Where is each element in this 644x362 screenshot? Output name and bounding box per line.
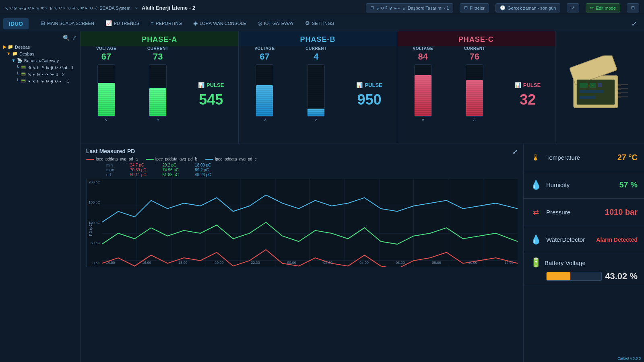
content-area: PHASE-A VOLTAGE 67 V CURRENT 73 <box>80 31 644 362</box>
phase-row: PHASE-A VOLTAGE 67 V CURRENT 73 <box>80 31 644 144</box>
svg-rect-7 <box>580 96 596 99</box>
edit-mode-btn[interactable]: ✏ Edit mode <box>586 3 620 12</box>
grid-icon: ⊞ <box>41 20 45 26</box>
svg-rect-10 <box>618 84 621 86</box>
chart-fullscreen-icon[interactable]: ⤢ <box>512 148 518 156</box>
phase-c-current-unit: A <box>473 118 476 122</box>
dashboard-btn[interactable]: ⊟ ᠳᠠᠱᠪᠣᠷᠳ Daşbord Tasarımı - 1 <box>366 3 454 12</box>
phase-a-voltage-value: 67 <box>101 51 111 62</box>
chart-legend: ipec_pddata_avg_pd_a ipec_pddata_avg_pd_… <box>86 157 518 161</box>
nav-iot-gateway[interactable]: ◎ IOT GATEWAY <box>252 16 299 31</box>
stat-label-max: max <box>106 168 114 172</box>
pulse-a-icon: 📊 <box>198 82 204 88</box>
nav-lora-wan[interactable]: ◉ LORA-WAN CONSOLE <box>188 16 252 31</box>
stat-b-ort: 51.88 pC <box>163 173 179 177</box>
phase-b-voltage-fill <box>256 85 273 116</box>
pressure-value: 1010 bar <box>605 208 638 217</box>
phase-a-voltage-bar <box>97 64 115 117</box>
phase-b-current-unit: A <box>315 118 317 122</box>
filter-icon: ⊟ <box>464 5 468 10</box>
logo[interactable]: IDUO <box>3 18 29 29</box>
temperature-label: Temperature <box>546 154 613 161</box>
phase-c-voltage-unit: V <box>422 118 424 122</box>
phase-b-voltage-value: 67 <box>260 51 269 62</box>
page-title: Akıllı Enerji İzleme - 2 <box>142 5 195 11</box>
phase-a-current-value: 73 <box>153 51 163 62</box>
stat-label-min: min <box>106 163 114 167</box>
stat-c-ort: 49.23 pC <box>195 173 211 177</box>
humidity-label: Humidity <box>546 181 614 188</box>
phase-b-pulse-label: 📊 PULSE <box>356 82 382 88</box>
tree-item-device-3[interactable]: └ 📟 ᠰᠢᠨᠲᠠᠭᠠᠷ - 3 <box>0 78 80 84</box>
nav-bar: IDUO ⊞ MAIN SCADA SCREEN 📈 PD TRENDS ≡ R… <box>0 16 644 31</box>
tree-item-desbas-root[interactable]: ▶ 📁 Desbas <box>0 43 80 50</box>
phase-b-pulse-value: 950 <box>357 91 382 108</box>
chart-svg <box>102 179 518 267</box>
nav-main-scada[interactable]: ⊞ MAIN SCADA SCREEN <box>35 16 100 31</box>
expand-btn[interactable]: ⤢ <box>567 3 579 12</box>
filters-btn[interactable]: ⊟ Filtreler <box>460 3 489 12</box>
gateway-icon: ▼ 📡 <box>11 58 23 63</box>
battery-row: 🔋 Battery Voltage 43.02 % <box>524 253 644 286</box>
time-btn[interactable]: 🕐 Gerçek zaman - son gün <box>495 3 560 12</box>
breadcrumb-start: ᠠᠢᠫᠧᠴᠢᠲᠡᠢᠨᠪᠢᠢᠰᠠᠬᠠᠢᠲᠠᠩ SCADA System <box>5 6 130 10</box>
tree-item-gateway[interactable]: ▼ 📡 Бавлын-Gateway <box>0 57 80 64</box>
phase-c-voltage-fill <box>415 75 431 116</box>
battery-icon-wrap: 🔋 Battery Voltage <box>530 257 586 268</box>
chart-title: Last Measured PD <box>86 148 518 154</box>
svg-text:→: → <box>587 84 590 88</box>
tree-item-desbas[interactable]: ▼ 📁 Desbas <box>0 50 80 57</box>
phase-a-header: PHASE-A <box>80 31 238 46</box>
nav-settings[interactable]: ⚙ SETTINGS <box>299 16 340 31</box>
battery-bar-bg <box>546 272 602 281</box>
phase-c-current-label: CURRENT <box>464 46 485 51</box>
clock-icon: 🕐 <box>500 5 506 10</box>
dashboard-icon: ⊟ <box>370 5 374 10</box>
tree-item-device-2[interactable]: └ 📟 ᠠᠷᠠᠯᠲᠤ-d - 2 <box>0 71 80 78</box>
more-btn[interactable]: ⊞ <box>627 3 639 12</box>
device-icon-1: └ 📟 <box>16 65 26 70</box>
legend-line-b <box>146 159 154 160</box>
phase-c-panel: PHASE-C VOLTAGE 84 V CURRENT 76 <box>397 31 555 144</box>
top-bar-right: ⊟ ᠳᠠᠱᠪᠣᠷᠳ Daşbord Tasarımı - 1 ⊟ Filtrel… <box>366 3 639 12</box>
battery-top: 🔋 Battery Voltage <box>530 257 638 268</box>
phase-a-current-label: CURRENT <box>147 46 168 51</box>
water-detector-row: 💧 WaterDetector Alarm Detected <box>524 226 644 253</box>
nav-pd-trends[interactable]: 📈 PD TRENDS <box>100 16 145 31</box>
water-icon: 💧 <box>530 234 541 245</box>
fullscreen-icon[interactable]: ⤢ <box>632 20 637 27</box>
phase-c-current-fill <box>466 80 483 116</box>
stat-c: 18.09 pC 89.2 pC 49.23 pC <box>195 163 211 177</box>
trend-icon: 📈 <box>105 20 112 26</box>
sensors-panel: 🌡 Temperature 27 °C 💧 Humidity 57 % ⇄ Pr… <box>523 144 644 362</box>
humidity-value: 57 % <box>619 180 638 189</box>
svg-rect-12 <box>618 92 621 94</box>
temperature-icon: 🌡 <box>530 152 541 163</box>
phase-c-current-block: CURRENT 76 A <box>449 46 500 144</box>
phase-a-voltage-block: VOLTAGE 67 V <box>80 46 132 144</box>
phase-c-current-bar <box>466 64 483 117</box>
battery-icon: 🔋 <box>530 257 541 268</box>
phase-a-pulse-label: 📊 PULSE <box>198 82 224 88</box>
svg-text:↑: ↑ <box>592 84 594 88</box>
phase-a-pulse-block: 📊 PULSE 545 <box>184 46 238 144</box>
iot-icon: ◎ <box>258 20 262 26</box>
stat-b-min: 29.2 pC <box>163 163 179 167</box>
nav-reporting[interactable]: ≡ REPORTING <box>145 16 188 31</box>
phase-c-voltage-bar <box>414 64 432 117</box>
phase-c-header: PHASE-C <box>397 31 555 46</box>
battery-bar-wrap: 43.02 % <box>530 271 638 282</box>
phase-a-voltage-label: VOLTAGE <box>96 46 116 51</box>
phase-a-current-block: CURRENT 73 A <box>132 46 184 144</box>
expand-tree-icon[interactable]: ⤢ <box>72 35 77 41</box>
phase-b-voltage-block: VOLTAGE 67 V <box>239 46 290 144</box>
stat-b-max: 74.96 pC <box>163 168 179 172</box>
phase-c-voltage-value: 84 <box>418 51 427 62</box>
lora-icon: ◉ <box>193 20 198 26</box>
battery-bar-fill <box>547 272 570 280</box>
search-icon[interactable]: 🔍 <box>63 35 70 41</box>
water-label: WaterDetector <box>546 236 591 243</box>
legend-a: ipec_pddata_avg_pd_a <box>86 157 138 161</box>
tree-item-device-1[interactable]: └ 📟 ᠬᠣᠯᠪᠣᠭᠠ-Gat - 1 <box>0 64 80 71</box>
breadcrumb-arrow: › <box>135 5 137 11</box>
